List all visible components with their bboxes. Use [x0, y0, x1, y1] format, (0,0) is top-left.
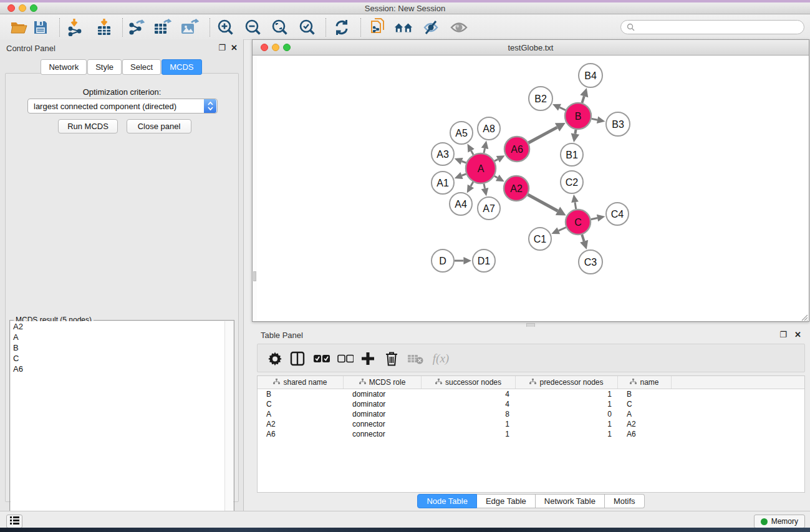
- edge-A-A3[interactable]: [462, 162, 466, 163]
- table-cell[interactable]: 1: [516, 430, 618, 438]
- result-item[interactable]: C: [11, 353, 225, 364]
- network-vertical-scrollbar[interactable]: [253, 56, 257, 321]
- zoom-selected-icon[interactable]: [298, 18, 317, 37]
- optimization-criterion-select[interactable]: largest connected component (directed): [27, 99, 218, 114]
- network-scrollbar-thumb[interactable]: [253, 271, 256, 281]
- resize-grip-icon[interactable]: [800, 312, 808, 321]
- tab-node-table[interactable]: Node Table: [417, 494, 477, 508]
- table-cell[interactable]: 4: [422, 400, 516, 409]
- table-cell[interactable]: A6: [618, 430, 672, 438]
- save-session-icon[interactable]: [31, 18, 50, 37]
- settings-gear-icon[interactable]: [266, 349, 284, 368]
- edge-C-C3[interactable]: [582, 235, 584, 241]
- tab-style[interactable]: Style: [87, 59, 122, 75]
- minimize-window-button[interactable]: [19, 4, 26, 12]
- table-cell[interactable]: C: [618, 400, 672, 409]
- table-cell[interactable]: dominator: [344, 410, 422, 418]
- tab-edge-table[interactable]: Edge Table: [477, 494, 536, 508]
- column-header-predecessor-nodes[interactable]: predecessor nodes: [516, 376, 618, 389]
- tab-network[interactable]: Network: [41, 59, 87, 75]
- search-input[interactable]: [639, 23, 804, 32]
- tab-mcds[interactable]: MCDS: [162, 59, 201, 75]
- delete-table-icon[interactable]: [406, 349, 425, 368]
- network-graph[interactable]: B4B2BB3A5A8A6A3B1AA1C2A2A4A7C4CC1C3DD1: [257, 56, 809, 321]
- table-cell[interactable]: B: [618, 390, 672, 399]
- table-cell[interactable]: 1: [516, 390, 618, 399]
- network-clone-icon[interactable]: [369, 18, 388, 37]
- function-builder-icon[interactable]: f(x): [427, 349, 455, 368]
- edge-B-B1[interactable]: [575, 130, 576, 134]
- maximize-window-button[interactable]: [30, 4, 37, 12]
- memory-button[interactable]: Memory: [754, 515, 805, 528]
- table-cell[interactable]: connector: [344, 420, 422, 428]
- table-cell[interactable]: 1: [516, 400, 618, 409]
- select-all-icon[interactable]: [312, 349, 331, 368]
- edge-A2-C[interactable]: [528, 195, 557, 211]
- edge-A6-B[interactable]: [528, 127, 557, 143]
- table-cell[interactable]: A: [618, 410, 672, 418]
- column-header-name[interactable]: name: [618, 376, 672, 389]
- edge-B-B3[interactable]: [592, 118, 598, 120]
- table-cell[interactable]: A2: [258, 420, 344, 428]
- tab-select[interactable]: Select: [122, 59, 161, 75]
- table-row[interactable]: Bdominator41B: [258, 389, 804, 399]
- zoom-in-icon[interactable]: [216, 18, 235, 37]
- close-window-button[interactable]: [7, 4, 15, 12]
- edge-C-C1[interactable]: [559, 227, 566, 230]
- table-cell[interactable]: B: [258, 390, 344, 399]
- run-mcds-button[interactable]: Run MCDS: [58, 119, 118, 133]
- zoom-out-icon[interactable]: [244, 18, 263, 37]
- table-cell[interactable]: 4: [422, 390, 516, 399]
- result-list-scrollbar[interactable]: [224, 321, 233, 531]
- search-box[interactable]: [620, 20, 804, 34]
- delete-icon[interactable]: [382, 349, 401, 368]
- edge-B-B2[interactable]: [559, 107, 566, 110]
- table-cell[interactable]: dominator: [344, 390, 422, 399]
- result-item[interactable]: A2: [11, 321, 225, 332]
- table-cell[interactable]: 1: [422, 430, 516, 438]
- import-table-icon[interactable]: [95, 18, 113, 37]
- edge-B-B4[interactable]: [582, 96, 584, 103]
- table-row[interactable]: Adominator80A: [258, 409, 804, 419]
- show-columns-icon[interactable]: [288, 349, 307, 368]
- node-table[interactable]: shared nameMCDS rolesuccessor nodesprede…: [257, 375, 805, 493]
- deselect-all-icon[interactable]: [336, 349, 355, 368]
- table-row[interactable]: A6connector11A6: [258, 429, 804, 439]
- show-graphics-icon[interactable]: [450, 18, 468, 37]
- table-row[interactable]: Cdominator41C: [258, 399, 804, 409]
- table-cell[interactable]: C: [258, 400, 344, 409]
- close-table-panel-icon[interactable]: ✕: [794, 331, 801, 339]
- float-table-panel-icon[interactable]: ❐: [779, 331, 787, 339]
- edge-A-A5[interactable]: [471, 151, 473, 155]
- maximize-network-window-button[interactable]: [283, 44, 291, 51]
- edge-A-A4[interactable]: [471, 182, 473, 186]
- tab-network-table[interactable]: Network Table: [536, 494, 605, 508]
- task-history-button[interactable]: [6, 515, 22, 528]
- tab-motifs[interactable]: Motifs: [605, 494, 645, 508]
- zoom-fit-icon[interactable]: [271, 18, 289, 37]
- close-panel-button[interactable]: Close panel: [127, 119, 191, 133]
- table-row[interactable]: A2connector11A2: [258, 419, 804, 429]
- import-network-icon[interactable]: [66, 18, 85, 37]
- minimize-network-window-button[interactable]: [272, 44, 279, 51]
- edge-A-A6[interactable]: [494, 159, 498, 161]
- export-image-icon[interactable]: [180, 18, 199, 37]
- home-icon[interactable]: [394, 18, 413, 37]
- table-cell[interactable]: 1: [422, 420, 516, 428]
- refresh-icon[interactable]: [332, 18, 351, 37]
- edge-A-A2[interactable]: [494, 176, 498, 178]
- close-panel-icon[interactable]: ✕: [231, 44, 238, 52]
- result-item[interactable]: A6: [11, 364, 225, 374]
- table-cell[interactable]: A: [258, 410, 344, 418]
- result-item[interactable]: A: [11, 332, 225, 342]
- table-cell[interactable]: 1: [516, 420, 618, 428]
- column-header-successor-nodes[interactable]: successor nodes: [422, 376, 516, 389]
- open-session-icon[interactable]: [9, 18, 28, 37]
- table-cell[interactable]: 0: [516, 410, 618, 418]
- float-panel-icon[interactable]: ❐: [218, 44, 226, 52]
- mcds-result-list[interactable]: A2ABCA6: [11, 321, 225, 531]
- export-table-icon[interactable]: [153, 18, 171, 37]
- edge-A-A1[interactable]: [462, 174, 466, 176]
- table-cell[interactable]: dominator: [344, 400, 422, 409]
- edge-C-C2[interactable]: [575, 202, 576, 209]
